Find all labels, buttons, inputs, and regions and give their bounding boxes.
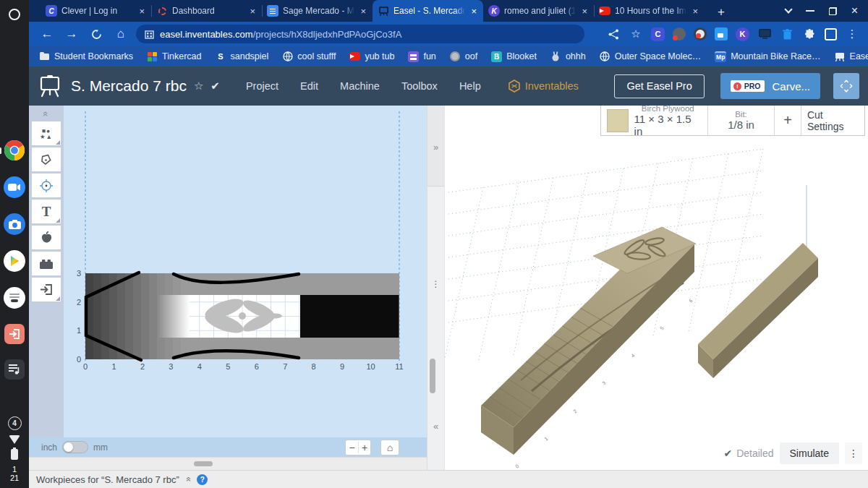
extension-icon-target[interactable] [694,27,707,40]
shapes-tool-button[interactable]: ■●★▲ [32,121,61,145]
horizontal-scrollbar[interactable] [29,457,427,470]
zoom-out-button[interactable]: − [346,442,358,453]
inventables-brand[interactable]: Inventables [509,80,579,93]
import-tool-button[interactable] [32,278,61,301]
workpiece-canvas[interactable]: 0 1 2 3 4 5 6 7 8 9 10 11 [64,106,427,437]
launcher-button[interactable] [5,5,24,24]
render-3d[interactable]: 0 1 2 3 4 5 6 [445,106,868,470]
text-tool-button[interactable]: T [32,200,61,223]
get-easel-pro-button[interactable]: Get Easel Pro [614,74,704,98]
easel-driver-app-button[interactable] [4,324,25,344]
extension-icon-whitebox[interactable] [825,28,837,40]
material-cell[interactable]: Birch Plywood 11 × 3 × 1.5 in [601,106,708,135]
expand-view-button[interactable] [833,73,859,99]
bookmark-tinkercad[interactable]: Tinkercad [147,51,201,62]
tab-clever[interactable]: C Clever | Log in × [41,0,151,22]
collapse-left-button[interactable]: « [433,421,438,432]
playlist-app-button[interactable] [4,359,25,380]
tab-romeo-juliet[interactable]: K romeo and juliet (1) × [483,0,594,22]
tab-easel-active[interactable]: Easel - S. Mercado 7 × [373,0,483,22]
design-2d[interactable]: 0 1 2 3 4 5 6 7 8 9 10 11 [64,106,427,437]
extension-icon-gray[interactable] [673,27,686,40]
bookmark-student-bookmarks[interactable]: Student Bookmarks [39,51,133,62]
bookmark-blooket[interactable]: BBlooket [491,51,537,62]
bookmark-cool-stufff[interactable]: cool stufff [282,51,336,62]
bookmark-mountain-bike[interactable]: MpMountain Bike Race… [715,51,820,62]
tab-youtube[interactable]: 10 Hours of the Imp × [594,0,705,22]
bookmark-sandspiel[interactable]: Ssandspiel [216,51,269,62]
unit-mm-label[interactable]: mm [93,442,108,453]
url-field[interactable]: easel.inventables.com/projects/hX8dljedx… [136,25,584,43]
tab-close-button[interactable]: × [469,6,478,17]
zoom-app-button[interactable] [4,176,25,198]
back-button[interactable]: ← [38,25,56,43]
divider-drag-handle[interactable]: ⋮ [427,279,444,289]
pen-tool-button[interactable] [32,147,61,171]
carved-model[interactable] [481,227,696,455]
panel-divider[interactable]: » ⋮ « [427,106,445,470]
cut-settings-button[interactable]: Cut Settings [801,106,864,135]
bookmark-outer-space[interactable]: Outer Space Molec… [600,51,702,62]
bookmark-star-button[interactable]: ☆ [629,27,643,41]
system-tray[interactable]: 4 1 21 [8,416,22,482]
tab-close-button[interactable]: × [691,6,699,17]
bit-cell[interactable]: Bit: 1/8 in [708,106,775,135]
unit-inch-label[interactable]: inch [41,442,57,453]
preview-menu-button[interactable]: ⋮ [845,442,862,464]
tab-search-icon[interactable] [784,5,792,13]
share-button[interactable] [606,27,621,41]
add-bit-button[interactable]: + [775,106,801,135]
tab-sage-mercado[interactable]: Sage Mercado - Mo × [262,0,373,22]
bookmark-easel[interactable]: Easel [835,51,868,62]
bookmark-oof[interactable]: oof [450,51,477,62]
bookmark-ohhh[interactable]: ohhh [550,51,586,62]
zoom-in-button[interactable]: + [358,442,370,453]
black-pocket[interactable] [300,295,399,338]
kami-extension-icon[interactable]: K [736,27,749,41]
vertical-scrollbar-thumb[interactable] [430,359,435,393]
zoom-home-button[interactable]: ⌂ [380,440,399,455]
icons-library-button[interactable] [32,226,61,249]
drill-tool-button[interactable] [32,174,61,197]
reload-button[interactable] [87,25,106,43]
menu-toolbox[interactable]: Toolbox [401,80,438,92]
clever-extension-icon[interactable]: C [651,27,665,41]
preview-3d-panel[interactable]: Birch Plywood 11 × 3 × 1.5 in Bit: 1/8 i… [445,106,868,470]
uncarved-bar[interactable] [698,243,818,378]
bookmark-fun[interactable]: fun [408,51,435,62]
new-tab-button[interactable]: + [712,3,731,22]
chrome-app-button[interactable] [4,140,25,161]
lego-tool-button[interactable] [32,252,61,275]
minimize-button[interactable] [806,10,814,12]
tab-close-button[interactable]: × [137,6,146,17]
menu-edit[interactable]: Edit [300,80,318,92]
favorite-star-icon[interactable]: ☆ [194,80,203,93]
tab-close-button[interactable]: × [248,6,257,17]
expand-right-button[interactable]: » [433,142,438,153]
tab-dashboard[interactable]: Dashboard × [151,0,262,22]
browser-menu-button[interactable]: ⋮ [845,27,859,41]
menu-machine[interactable]: Machine [340,80,380,92]
window-close-button[interactable]: × [851,5,858,17]
carve-button[interactable]: ! PRO Carve... [720,73,820,99]
restore-button[interactable] [829,7,837,15]
forward-button[interactable]: → [62,25,81,43]
tab-close-button[interactable]: × [580,6,589,17]
extensions-puzzle-button[interactable] [802,27,817,41]
help-button[interactable]: ? [197,474,208,485]
cast-extension-icon[interactable] [757,27,772,41]
camera-app-button[interactable] [4,213,25,235]
notes-app-button[interactable] [4,287,25,309]
menu-help[interactable]: Help [459,80,481,92]
menu-project[interactable]: Project [246,80,278,92]
home-button[interactable]: ⌂ [111,25,130,43]
play-store-app-button[interactable] [4,250,25,272]
bookmark-yub-tub[interactable]: yub tub [349,51,394,62]
tab-close-button[interactable]: × [359,6,367,17]
detailed-toggle[interactable]: ✔ Detailed [723,448,773,459]
horizontal-scrollbar-thumb[interactable] [194,461,213,466]
trash-extension-icon[interactable] [780,27,794,41]
simulate-button[interactable]: Simulate [780,442,839,464]
extension-icon-blue[interactable] [715,27,728,40]
sidebar-collapse-button[interactable]: « [43,106,48,121]
